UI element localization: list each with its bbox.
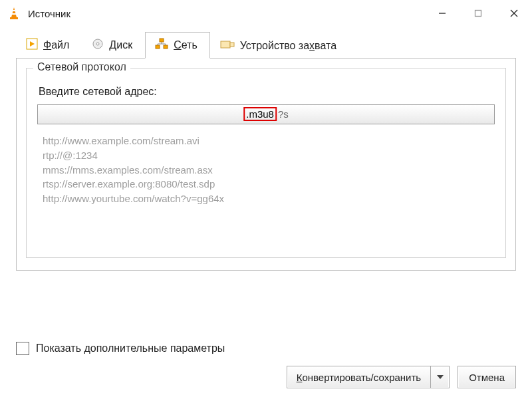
window-minimize-button[interactable] xyxy=(424,0,460,27)
network-url-input[interactable]: .m3u8?s xyxy=(37,104,495,124)
show-more-row[interactable]: Показать дополнительные параметры xyxy=(16,342,516,355)
tabstrip: Файл Диск Сеть Устройств xyxy=(0,27,532,59)
svg-rect-1 xyxy=(13,10,15,11)
network-icon xyxy=(155,38,168,53)
show-more-label: Показать дополнительные параметры xyxy=(36,342,225,354)
svg-marker-21 xyxy=(437,375,444,379)
svg-rect-20 xyxy=(230,43,234,47)
url-tail: ?s xyxy=(278,108,289,120)
group-title: Сетевой протокол xyxy=(33,61,130,73)
example-line: rtp://@:1234 xyxy=(43,148,495,163)
svg-rect-19 xyxy=(221,41,230,48)
convert-save-button[interactable]: Конвертировать/сохранить xyxy=(287,366,450,388)
window-maximize-button[interactable] xyxy=(460,0,496,27)
cancel-label: Отмена xyxy=(469,372,505,383)
svg-rect-14 xyxy=(164,45,168,49)
tab-disc-label: Диск xyxy=(109,39,132,51)
dialog-buttons: Конвертировать/сохранить Отмена xyxy=(16,366,516,388)
capture-device-icon xyxy=(220,39,235,53)
vlc-cone-icon xyxy=(7,6,21,21)
disc-icon xyxy=(92,38,104,53)
svg-rect-12 xyxy=(160,39,164,42)
file-play-icon xyxy=(26,38,38,53)
window-close-button[interactable] xyxy=(496,0,532,27)
svg-rect-3 xyxy=(10,17,18,19)
url-highlight: .m3u8 xyxy=(243,107,277,121)
url-examples: http://www.example.com/stream.avi rtp://… xyxy=(43,134,495,206)
show-more-checkbox[interactable] xyxy=(16,342,29,355)
tab-file-label: Файл xyxy=(43,39,69,51)
window-titlebar: Источник xyxy=(0,0,532,27)
window-title: Источник xyxy=(28,8,424,19)
tab-network[interactable]: Сеть xyxy=(145,32,210,59)
convert-save-dropdown[interactable] xyxy=(430,366,449,388)
svg-rect-13 xyxy=(156,45,160,49)
svg-rect-2 xyxy=(12,13,16,15)
tab-panel: Сетевой протокол Введите сетевой адрес: … xyxy=(16,58,516,271)
network-protocol-group: Сетевой протокол Введите сетевой адрес: … xyxy=(26,68,506,258)
svg-marker-0 xyxy=(11,7,17,17)
tab-disc[interactable]: Диск xyxy=(82,32,145,59)
tab-file[interactable]: Файл xyxy=(16,32,82,59)
svg-rect-5 xyxy=(475,11,481,17)
dialog-bottom: Показать дополнительные параметры Конвер… xyxy=(0,342,532,399)
address-prompt: Введите сетевой адрес: xyxy=(39,86,495,98)
svg-point-11 xyxy=(96,43,99,45)
example-line: http://www.yourtube.com/watch?v=gg64x xyxy=(43,192,495,206)
tab-capture-label: Устройство захвата xyxy=(240,40,336,52)
tab-network-label: Сеть xyxy=(174,39,198,51)
example-line: mms://mms.examples.com/stream.asx xyxy=(43,163,495,178)
example-line: rtsp://server.example.org:8080/test.sdp xyxy=(43,177,495,192)
cancel-button[interactable]: Отмена xyxy=(458,366,516,388)
tab-capture[interactable]: Устройство захвата xyxy=(210,33,349,59)
example-line: http://www.example.com/stream.avi xyxy=(43,134,495,148)
window-controls xyxy=(424,0,532,27)
